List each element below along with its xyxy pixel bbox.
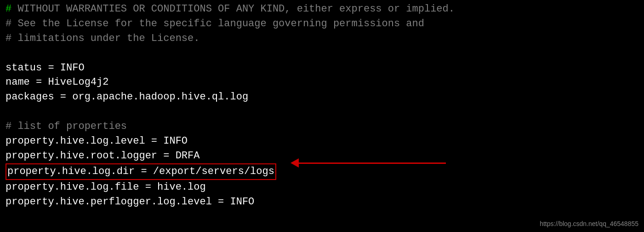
hash-icon-1: # — [6, 2, 11, 17]
code-line-1: # WITHOUT WARRANTIES OR CONDITIONS OF AN… — [6, 2, 638, 17]
code-line-13: property.hive.log.file = hive.log — [6, 180, 638, 195]
watermark: https://blog.csdn.net/qq_46548855 — [540, 219, 638, 228]
code-line-7: packages = org.apache.hadoop.hive.ql.log — [6, 90, 638, 104]
code-block: # WITHOUT WARRANTIES OR CONDITIONS OF AN… — [0, 0, 644, 211]
line6-text: name = HiveLog4j2 — [6, 75, 108, 90]
code-line-4 — [6, 46, 638, 61]
code-line-9: # list of properties — [6, 119, 638, 134]
line3-text: # limitations under the License. — [6, 31, 199, 46]
line9-text: # list of properties — [6, 119, 127, 134]
code-line-14: property.hive.perflogger.log.level = INF… — [6, 195, 638, 209]
code-line-12: property.hive.log.dir = /export/servers/… — [6, 163, 638, 180]
annotation-arrow — [299, 162, 446, 164]
code-line-8 — [6, 104, 638, 119]
line1-text: WITHOUT WARRANTIES OR CONDITIONS OF ANY … — [11, 2, 455, 17]
code-line-11: property.hive.root.logger = DRFA — [6, 149, 638, 163]
code-line-2: # See the License for the specific langu… — [6, 17, 638, 31]
line2-text: # See the License for the specific langu… — [6, 17, 424, 31]
code-line-5: status = INFO — [6, 61, 638, 75]
line11-text: property.hive.root.logger = DRFA — [6, 149, 199, 163]
code-line-3: # limitations under the License. — [6, 31, 638, 46]
code-line-10: property.hive.log.level = INFO — [6, 134, 638, 149]
line10-text: property.hive.log.level = INFO — [6, 134, 188, 149]
arrow-head-icon — [291, 158, 299, 168]
highlighted-property: property.hive.log.dir = /export/servers/… — [6, 163, 276, 180]
line5-text: status = INFO — [6, 61, 85, 75]
code-line-6: name = HiveLog4j2 — [6, 75, 638, 90]
arrow-line — [299, 162, 446, 164]
line14-text: property.hive.perflogger.log.level = INF… — [6, 195, 254, 209]
line7-text: packages = org.apache.hadoop.hive.ql.log — [6, 90, 248, 104]
line13-text: property.hive.log.file = hive.log — [6, 180, 206, 195]
